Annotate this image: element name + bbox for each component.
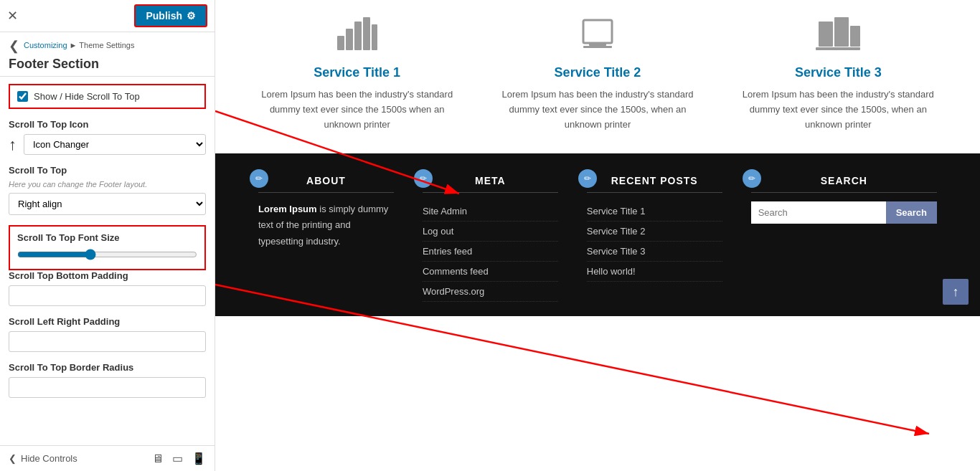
panel-bottom: ❮ Hide Controls 🖥 ▭ 📱	[0, 445, 215, 471]
scroll-top-arrow-icon: ↑	[953, 285, 959, 300]
show-hide-section: Show / Hide Scroll To Top	[9, 84, 206, 109]
meta-link-2: Log out	[423, 222, 558, 242]
bottom-padding-label: Scroll Top Bottom Padding	[9, 270, 206, 281]
recent-link-4: Hello world!	[587, 262, 722, 282]
svg-rect-2	[354, 22, 362, 50]
publish-button[interactable]: Publish ⚙	[134, 4, 207, 27]
recent-link-2-anchor[interactable]: Service Title 2	[587, 226, 646, 237]
svg-rect-0	[337, 36, 344, 50]
service-desc-2: Lorem Ipsum has been the industry's stan…	[491, 87, 703, 132]
svg-rect-11	[816, 47, 860, 50]
hide-controls-button[interactable]: ❮ Hide Controls	[9, 453, 77, 464]
gear-icon: ⚙	[187, 10, 196, 22]
svg-rect-5	[583, 20, 612, 43]
recent-link-1-anchor[interactable]: Service Title 1	[587, 206, 646, 217]
footer-recent-col: ✏ RECENT POSTS Service Title 1 Service T…	[573, 175, 737, 302]
breadcrumb-sep: ►	[70, 41, 77, 49]
svg-rect-4	[372, 24, 377, 50]
footer-about-col: ✏ ABOUT Lorem Ipsum is simply dummy text…	[244, 175, 408, 302]
svg-rect-7	[583, 46, 612, 48]
recent-title: RECENT POSTS	[587, 175, 722, 193]
desktop-icon[interactable]: 🖥	[152, 452, 164, 465]
meta-link-4-anchor[interactable]: Comments feed	[423, 266, 489, 277]
recent-link-1: Service Title 1	[587, 201, 722, 222]
footer-search-col: ✏ SEARCH Search	[737, 175, 951, 302]
show-hide-scroll-top-row: Show / Hide Scroll To Top	[9, 84, 206, 109]
back-button[interactable]: ❮	[9, 38, 19, 54]
hide-arrow-icon: ❮	[9, 453, 17, 464]
show-hide-checkbox[interactable]	[17, 91, 28, 102]
service-item-3: Service Title 3 Lorem Ipsum has been the…	[718, 14, 958, 132]
search-edit-icon[interactable]: ✏	[743, 169, 761, 188]
scroll-top-icon-label: Scroll To Top Icon	[9, 119, 206, 130]
scroll-to-top-button[interactable]: ↑	[943, 279, 969, 305]
svg-rect-8	[819, 22, 833, 47]
meta-link-1-anchor[interactable]: Site Admin	[423, 206, 467, 217]
panel-content: Show / Hide Scroll To Top Scroll To Top …	[0, 77, 215, 445]
recent-link-4-anchor[interactable]: Hello world!	[587, 266, 636, 277]
recent-links: Service Title 1 Service Title 2 Service …	[587, 201, 722, 282]
show-hide-label[interactable]: Show / Hide Scroll To Top	[34, 91, 140, 102]
font-size-slider[interactable]	[17, 249, 197, 260]
meta-pencil-icon: ✏	[420, 173, 427, 184]
recent-pencil-icon: ✏	[584, 173, 591, 184]
recent-edit-icon[interactable]: ✏	[578, 169, 597, 188]
footer-columns: ✏ ABOUT Lorem Ipsum is simply dummy text…	[244, 175, 951, 302]
service-icon-1	[251, 14, 463, 57]
svg-rect-3	[363, 17, 370, 50]
bottom-padding-input[interactable]	[9, 285, 206, 306]
about-title: ABOUT	[258, 175, 394, 193]
hide-controls-label: Hide Controls	[21, 453, 77, 464]
mobile-icon[interactable]: 📱	[192, 452, 206, 465]
recent-link-2: Service Title 2	[587, 222, 722, 242]
publish-label: Publish	[146, 10, 182, 22]
scroll-to-top-section-label: Scroll To Top	[9, 165, 206, 176]
font-size-label: Scroll To Top Font Size	[17, 232, 197, 243]
search-title: SEARCH	[751, 175, 937, 193]
service-item-2: Service Title 2 Lorem Ipsum has been the…	[477, 14, 717, 132]
svg-rect-1	[346, 29, 353, 50]
close-button[interactable]: ✕	[7, 8, 18, 24]
footer-meta-col: ✏ META Site Admin Log out Entries feed C…	[408, 175, 573, 302]
search-button[interactable]: Search	[886, 201, 937, 224]
icon-row: ↑ Icon Changer	[9, 134, 206, 155]
service-item-1: Service Title 1 Lorem Ipsum has been the…	[237, 14, 477, 132]
lr-padding-section: Scroll Left Right Padding	[9, 316, 206, 352]
meta-link-5-anchor[interactable]: WordPress.org	[423, 286, 484, 297]
breadcrumb-customizing[interactable]: Customizing	[24, 41, 67, 49]
edit-pencil-icon: ✏	[255, 173, 263, 184]
about-text-bold: Lorem Ipsum	[258, 204, 317, 214]
arrow-up-icon: ↑	[9, 135, 17, 154]
svg-rect-10	[850, 26, 860, 47]
recent-link-3-anchor[interactable]: Service Title 3	[587, 246, 646, 257]
service-icon-2	[491, 14, 703, 57]
border-radius-section: Scroll To Top Border Radius	[9, 362, 206, 398]
svg-rect-6	[589, 43, 606, 46]
panel-title: Footer Section	[9, 57, 206, 72]
svg-rect-9	[834, 17, 849, 47]
breadcrumb-theme-settings: Theme Settings	[79, 41, 134, 49]
lr-padding-input[interactable]	[9, 331, 206, 352]
service-title-2: Service Title 2	[491, 65, 703, 80]
top-bar: ✕ Publish ⚙	[0, 0, 215, 32]
meta-link-3-anchor[interactable]: Entries feed	[423, 246, 472, 257]
search-input[interactable]	[751, 201, 886, 224]
meta-link-2-anchor[interactable]: Log out	[423, 226, 453, 237]
scroll-to-top-sublabel: Here you can change the Footer layout.	[9, 180, 206, 189]
panel-header: ❮ Customizing ► Theme Settings Footer Se…	[0, 32, 215, 77]
border-radius-input[interactable]	[9, 377, 206, 398]
service-title-1: Service Title 1	[251, 65, 463, 80]
icon-changer-select[interactable]: Icon Changer	[24, 134, 206, 155]
lr-padding-label: Scroll Left Right Padding	[9, 316, 206, 327]
meta-link-5: WordPress.org	[423, 282, 558, 302]
scroll-top-icon-section: Scroll To Top Icon ↑ Icon Changer	[9, 119, 206, 155]
service-desc-3: Lorem Ipsum has been the industry's stan…	[732, 87, 944, 132]
breadcrumb: Customizing ► Theme Settings	[24, 41, 134, 49]
scroll-to-top-section: Scroll To Top Here you can change the Fo…	[9, 165, 206, 215]
layout-select[interactable]: Right align Left align Center align	[9, 193, 206, 215]
meta-link-1: Site Admin	[423, 201, 558, 222]
tablet-icon[interactable]: ▭	[172, 452, 183, 465]
recent-link-3: Service Title 3	[587, 242, 722, 262]
service-icon-3	[732, 14, 944, 57]
left-panel: ✕ Publish ⚙ ❮ Customizing ► Theme Settin…	[0, 0, 215, 471]
